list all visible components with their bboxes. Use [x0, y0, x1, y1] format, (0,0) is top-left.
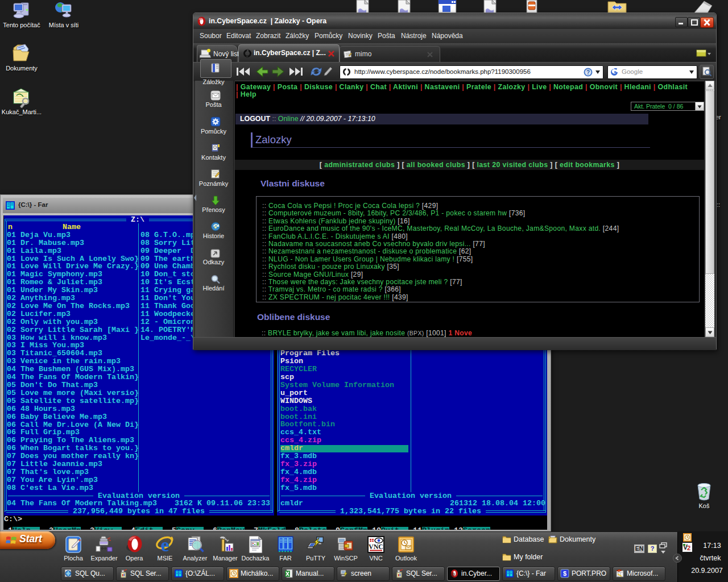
svg-text:e: e	[160, 535, 169, 554]
svg-text:VNC: VNC	[369, 543, 383, 551]
svg-text:?: ?	[586, 69, 590, 76]
svg-text:$: $	[563, 570, 566, 577]
